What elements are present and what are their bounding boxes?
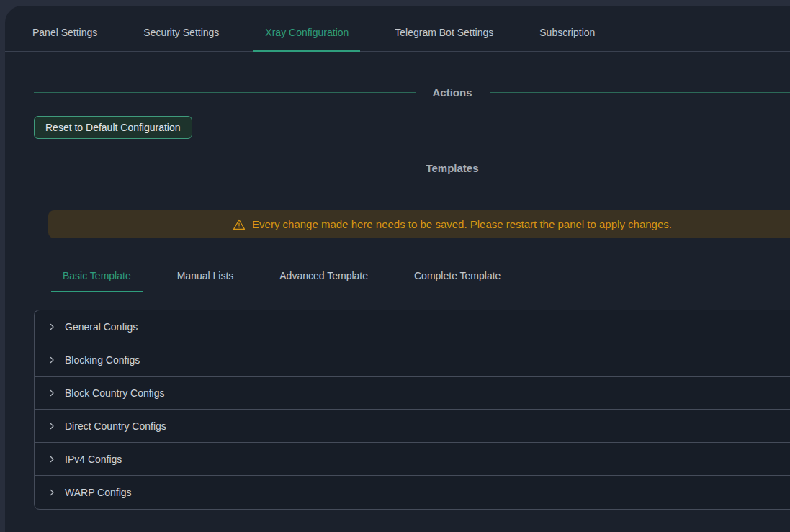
divider-line [496, 168, 790, 168]
panel-label: General Configs [65, 321, 138, 333]
tab-content: Actions Reset to Default Configuration T… [34, 84, 790, 510]
tab-basic-template[interactable]: Basic Template [51, 270, 143, 292]
chevron-right-icon [48, 323, 56, 331]
tab-advanced-template[interactable]: Advanced Template [268, 270, 380, 292]
tab-panel-settings[interactable]: Panel Settings [21, 27, 109, 51]
reset-to-default-button[interactable]: Reset to Default Configuration [34, 116, 192, 139]
chevron-right-icon [48, 488, 56, 497]
tab-security-settings[interactable]: Security Settings [132, 27, 230, 51]
templates-divider: Templates [34, 160, 790, 176]
actions-section-title: Actions [433, 86, 472, 99]
chevron-right-icon [48, 422, 56, 430]
collapse-block-country-configs[interactable]: Block Country Configs [35, 377, 790, 410]
restart-warning-alert: Every change made here needs to be saved… [48, 210, 790, 238]
panel-label: Block Country Configs [65, 387, 165, 399]
panel-label: WARP Configs [65, 487, 132, 498]
chevron-right-icon [48, 356, 56, 364]
templates-section-title: Templates [426, 162, 478, 174]
collapse-ipv4-configs[interactable]: IPv4 Configs [35, 443, 790, 476]
divider-line [34, 168, 408, 168]
collapse-direct-country-configs[interactable]: Direct Country Configs [35, 410, 790, 443]
tab-telegram-bot-settings[interactable]: Telegram Bot Settings [383, 27, 505, 51]
settings-card: Panel Settings Security Settings Xray Co… [5, 6, 790, 532]
divider-line [490, 92, 790, 93]
chevron-right-icon [48, 455, 56, 464]
panel-label: Direct Country Configs [65, 420, 166, 432]
collapse-warp-configs[interactable]: WARP Configs [35, 476, 790, 509]
actions-divider: Actions [34, 84, 790, 100]
panel-label: IPv4 Configs [65, 454, 122, 465]
template-tab-bar: Basic Template Manual Lists Advanced Tem… [51, 266, 790, 292]
restart-warning-text: Every change made here needs to be saved… [252, 218, 672, 230]
warning-triangle-icon [233, 218, 246, 231]
tab-manual-lists[interactable]: Manual Lists [166, 270, 246, 292]
main-tab-bar: Panel Settings Security Settings Xray Co… [5, 6, 790, 52]
divider-line [34, 92, 416, 93]
collapse-general-configs[interactable]: General Configs [35, 310, 790, 343]
tab-xray-configuration[interactable]: Xray Configuration [253, 27, 360, 51]
tab-subscription[interactable]: Subscription [528, 27, 606, 51]
config-collapse-list: General Configs Blocking Configs Block C… [34, 310, 790, 510]
tab-complete-template[interactable]: Complete Template [403, 270, 512, 292]
collapse-blocking-configs[interactable]: Blocking Configs [35, 343, 790, 377]
chevron-right-icon [48, 389, 56, 397]
panel-label: Blocking Configs [65, 354, 140, 366]
